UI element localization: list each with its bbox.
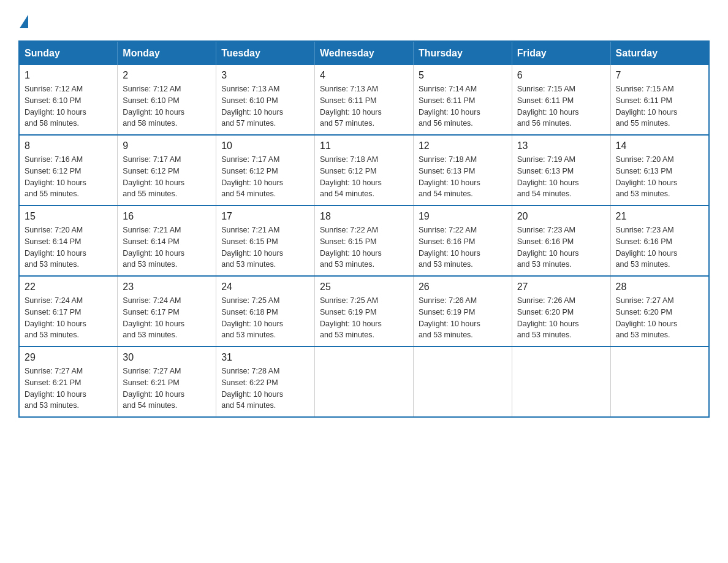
- calendar-cell: 21 Sunrise: 7:23 AM Sunset: 6:16 PM Dayl…: [610, 205, 709, 276]
- day-number: 6: [517, 70, 605, 81]
- day-number: 24: [221, 282, 309, 293]
- calendar-cell: 4 Sunrise: 7:13 AM Sunset: 6:11 PM Dayli…: [315, 65, 414, 135]
- day-info: Sunrise: 7:21 AM Sunset: 6:14 PM Dayligh…: [123, 224, 211, 270]
- calendar-cell: 29 Sunrise: 7:27 AM Sunset: 6:21 PM Dayl…: [19, 347, 118, 417]
- calendar-cell: 19 Sunrise: 7:22 AM Sunset: 6:16 PM Dayl…: [413, 205, 512, 276]
- day-number: 1: [25, 70, 112, 81]
- day-info: Sunrise: 7:13 AM Sunset: 6:10 PM Dayligh…: [221, 83, 309, 129]
- day-info: Sunrise: 7:26 AM Sunset: 6:19 PM Dayligh…: [419, 295, 507, 341]
- calendar-cell: 22 Sunrise: 7:24 AM Sunset: 6:17 PM Dayl…: [19, 276, 118, 347]
- day-info: Sunrise: 7:19 AM Sunset: 6:13 PM Dayligh…: [517, 154, 605, 200]
- header-cell-monday: Monday: [118, 41, 216, 65]
- day-number: 27: [517, 282, 605, 293]
- day-info: Sunrise: 7:24 AM Sunset: 6:17 PM Dayligh…: [25, 295, 112, 341]
- week-row-3: 15 Sunrise: 7:20 AM Sunset: 6:14 PM Dayl…: [19, 205, 709, 276]
- day-number: 22: [25, 282, 112, 293]
- calendar-cell: 13 Sunrise: 7:19 AM Sunset: 6:13 PM Dayl…: [512, 135, 610, 205]
- day-number: 18: [320, 211, 408, 222]
- day-number: 5: [419, 70, 507, 81]
- day-info: Sunrise: 7:28 AM Sunset: 6:22 PM Dayligh…: [221, 366, 309, 412]
- day-info: Sunrise: 7:13 AM Sunset: 6:11 PM Dayligh…: [320, 83, 408, 129]
- calendar-cell: 7 Sunrise: 7:15 AM Sunset: 6:11 PM Dayli…: [610, 65, 709, 135]
- calendar-cell: 10 Sunrise: 7:17 AM Sunset: 6:12 PM Dayl…: [216, 135, 315, 205]
- day-number: 21: [616, 211, 703, 222]
- week-row-5: 29 Sunrise: 7:27 AM Sunset: 6:21 PM Dayl…: [19, 347, 709, 417]
- week-row-1: 1 Sunrise: 7:12 AM Sunset: 6:10 PM Dayli…: [19, 65, 709, 135]
- day-number: 29: [25, 352, 112, 363]
- day-info: Sunrise: 7:17 AM Sunset: 6:12 PM Dayligh…: [123, 154, 211, 200]
- day-number: 2: [123, 70, 211, 81]
- day-number: 12: [419, 140, 507, 151]
- day-number: 23: [123, 282, 211, 293]
- calendar-cell: 14 Sunrise: 7:20 AM Sunset: 6:13 PM Dayl…: [610, 135, 709, 205]
- day-info: Sunrise: 7:26 AM Sunset: 6:20 PM Dayligh…: [517, 295, 605, 341]
- day-number: 13: [517, 140, 605, 151]
- header-cell-saturday: Saturday: [610, 41, 709, 65]
- day-info: Sunrise: 7:15 AM Sunset: 6:11 PM Dayligh…: [517, 83, 605, 129]
- day-number: 9: [123, 140, 211, 151]
- calendar-cell: 31 Sunrise: 7:28 AM Sunset: 6:22 PM Dayl…: [216, 347, 315, 417]
- day-number: 25: [320, 282, 408, 293]
- day-number: 19: [419, 211, 507, 222]
- day-info: Sunrise: 7:21 AM Sunset: 6:15 PM Dayligh…: [221, 224, 309, 270]
- week-row-4: 22 Sunrise: 7:24 AM Sunset: 6:17 PM Dayl…: [19, 276, 709, 347]
- day-info: Sunrise: 7:23 AM Sunset: 6:16 PM Dayligh…: [517, 224, 605, 270]
- day-number: 28: [616, 282, 703, 293]
- day-info: Sunrise: 7:14 AM Sunset: 6:11 PM Dayligh…: [419, 83, 507, 129]
- calendar-cell: 27 Sunrise: 7:26 AM Sunset: 6:20 PM Dayl…: [512, 276, 610, 347]
- calendar-cell: 9 Sunrise: 7:17 AM Sunset: 6:12 PM Dayli…: [118, 135, 216, 205]
- day-info: Sunrise: 7:20 AM Sunset: 6:13 PM Dayligh…: [616, 154, 703, 200]
- calendar-cell: 30 Sunrise: 7:27 AM Sunset: 6:21 PM Dayl…: [118, 347, 216, 417]
- header-cell-sunday: Sunday: [19, 41, 118, 65]
- day-info: Sunrise: 7:15 AM Sunset: 6:11 PM Dayligh…: [616, 83, 703, 129]
- day-info: Sunrise: 7:18 AM Sunset: 6:12 PM Dayligh…: [320, 154, 408, 200]
- day-info: Sunrise: 7:25 AM Sunset: 6:19 PM Dayligh…: [320, 295, 408, 341]
- page-header: [18, 12, 710, 28]
- calendar-cell: 5 Sunrise: 7:14 AM Sunset: 6:11 PM Dayli…: [413, 65, 512, 135]
- header-cell-thursday: Thursday: [413, 41, 512, 65]
- day-number: 26: [419, 282, 507, 293]
- day-info: Sunrise: 7:16 AM Sunset: 6:12 PM Dayligh…: [25, 154, 112, 200]
- calendar-cell: 12 Sunrise: 7:18 AM Sunset: 6:13 PM Dayl…: [413, 135, 512, 205]
- calendar-cell: 8 Sunrise: 7:16 AM Sunset: 6:12 PM Dayli…: [19, 135, 118, 205]
- calendar-cell: 20 Sunrise: 7:23 AM Sunset: 6:16 PM Dayl…: [512, 205, 610, 276]
- header-cell-tuesday: Tuesday: [216, 41, 315, 65]
- header-cell-wednesday: Wednesday: [315, 41, 414, 65]
- calendar-cell: 18 Sunrise: 7:22 AM Sunset: 6:15 PM Dayl…: [315, 205, 414, 276]
- calendar-cell: 1 Sunrise: 7:12 AM Sunset: 6:10 PM Dayli…: [19, 65, 118, 135]
- header-row: SundayMondayTuesdayWednesdayThursdayFrid…: [19, 41, 709, 65]
- day-info: Sunrise: 7:27 AM Sunset: 6:20 PM Dayligh…: [616, 295, 703, 341]
- calendar-cell: [512, 347, 610, 417]
- day-info: Sunrise: 7:18 AM Sunset: 6:13 PM Dayligh…: [419, 154, 507, 200]
- calendar-cell: [315, 347, 414, 417]
- day-info: Sunrise: 7:25 AM Sunset: 6:18 PM Dayligh…: [221, 295, 309, 341]
- calendar-cell: 16 Sunrise: 7:21 AM Sunset: 6:14 PM Dayl…: [118, 205, 216, 276]
- calendar-header: SundayMondayTuesdayWednesdayThursdayFrid…: [19, 41, 709, 65]
- day-number: 31: [221, 352, 309, 363]
- day-info: Sunrise: 7:12 AM Sunset: 6:10 PM Dayligh…: [123, 83, 211, 129]
- day-number: 3: [221, 70, 309, 81]
- calendar-cell: 23 Sunrise: 7:24 AM Sunset: 6:17 PM Dayl…: [118, 276, 216, 347]
- day-info: Sunrise: 7:20 AM Sunset: 6:14 PM Dayligh…: [25, 224, 112, 270]
- calendar-cell: 26 Sunrise: 7:26 AM Sunset: 6:19 PM Dayl…: [413, 276, 512, 347]
- day-number: 15: [25, 211, 112, 222]
- day-number: 11: [320, 140, 408, 151]
- day-info: Sunrise: 7:23 AM Sunset: 6:16 PM Dayligh…: [616, 224, 703, 270]
- calendar-cell: [413, 347, 512, 417]
- day-info: Sunrise: 7:24 AM Sunset: 6:17 PM Dayligh…: [123, 295, 211, 341]
- logo: [18, 12, 28, 28]
- logo-triangle-icon: [20, 15, 28, 28]
- logo-combined: [18, 12, 28, 28]
- day-number: 17: [221, 211, 309, 222]
- day-info: Sunrise: 7:17 AM Sunset: 6:12 PM Dayligh…: [221, 154, 309, 200]
- calendar-cell: 6 Sunrise: 7:15 AM Sunset: 6:11 PM Dayli…: [512, 65, 610, 135]
- calendar-cell: 17 Sunrise: 7:21 AM Sunset: 6:15 PM Dayl…: [216, 205, 315, 276]
- day-number: 16: [123, 211, 211, 222]
- day-info: Sunrise: 7:27 AM Sunset: 6:21 PM Dayligh…: [123, 366, 211, 412]
- week-row-2: 8 Sunrise: 7:16 AM Sunset: 6:12 PM Dayli…: [19, 135, 709, 205]
- day-info: Sunrise: 7:22 AM Sunset: 6:16 PM Dayligh…: [419, 224, 507, 270]
- day-number: 10: [221, 140, 309, 151]
- calendar-cell: 15 Sunrise: 7:20 AM Sunset: 6:14 PM Dayl…: [19, 205, 118, 276]
- day-info: Sunrise: 7:27 AM Sunset: 6:21 PM Dayligh…: [25, 366, 112, 412]
- calendar-cell: 2 Sunrise: 7:12 AM Sunset: 6:10 PM Dayli…: [118, 65, 216, 135]
